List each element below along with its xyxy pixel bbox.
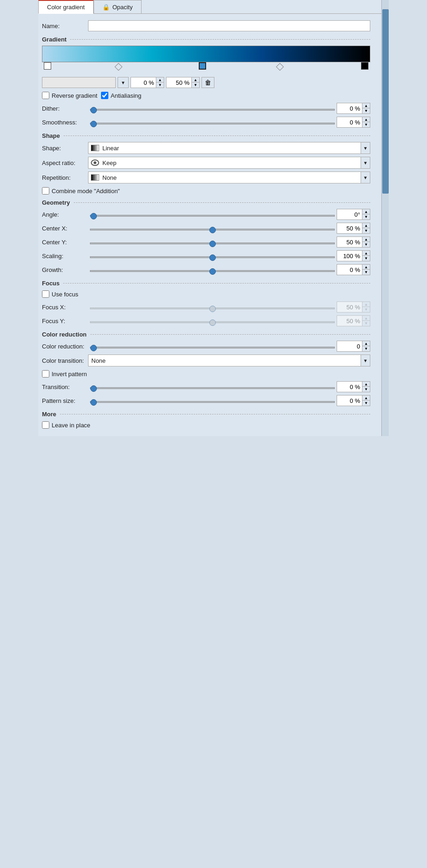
aspect-ratio-select[interactable]: Keep ▼ bbox=[88, 157, 370, 169]
smoothness-up[interactable]: ▲ bbox=[362, 117, 370, 122]
center-x-slider[interactable] bbox=[90, 229, 335, 230]
dither-down[interactable]: ▼ bbox=[362, 108, 370, 113]
scrollbar-thumb[interactable] bbox=[382, 9, 389, 194]
center-y-up[interactable]: ▲ bbox=[362, 237, 370, 242]
growth-slider[interactable] bbox=[90, 270, 335, 272]
antialiasing-checkbox-item[interactable]: Antialiasing bbox=[101, 92, 142, 99]
transition-slider[interactable] bbox=[90, 387, 335, 389]
focus-x-value[interactable] bbox=[337, 302, 362, 312]
dither-slider[interactable] bbox=[90, 109, 335, 111]
dither-spinbox: ▲ ▼ bbox=[337, 103, 370, 114]
leave-in-place-checkbox[interactable] bbox=[42, 421, 49, 429]
delete-stop-btn[interactable]: 🗑 bbox=[202, 77, 214, 88]
color-reduction-row: Color reduction: ▲ ▼ bbox=[42, 341, 370, 352]
scaling-up[interactable]: ▲ bbox=[362, 251, 370, 256]
color-reduction-slider[interactable] bbox=[90, 347, 335, 348]
growth-down[interactable]: ▼ bbox=[362, 270, 370, 275]
aspect-ratio-row: Aspect ratio: Keep ▼ bbox=[42, 157, 370, 169]
invert-pattern-checkbox[interactable] bbox=[42, 370, 49, 378]
angle-label: Angle: bbox=[42, 211, 88, 218]
center-y-value[interactable] bbox=[337, 237, 362, 247]
scaling-value[interactable] bbox=[337, 251, 362, 261]
color-swatch[interactable] bbox=[42, 77, 116, 88]
center-y-down[interactable]: ▼ bbox=[362, 242, 370, 247]
focus-y-value[interactable] bbox=[337, 316, 362, 326]
color-reduction-down[interactable]: ▼ bbox=[362, 346, 370, 351]
position2-down[interactable]: ▼ bbox=[192, 83, 199, 88]
growth-spinbox-btns: ▲ ▼ bbox=[362, 265, 370, 275]
combine-mode-checkbox[interactable] bbox=[42, 187, 49, 195]
growth-value[interactable] bbox=[337, 265, 362, 275]
angle-up[interactable]: ▲ bbox=[362, 209, 370, 214]
reverse-gradient-checkbox-item[interactable]: Reverse gradient bbox=[42, 92, 97, 99]
focus-y-slider[interactable] bbox=[90, 321, 335, 323]
transition-up[interactable]: ▲ bbox=[362, 382, 370, 387]
invert-pattern-checkbox-item[interactable]: Invert pattern bbox=[42, 370, 87, 378]
gradient-bar[interactable] bbox=[42, 46, 370, 62]
smoothness-slider[interactable] bbox=[90, 123, 335, 124]
transition-down[interactable]: ▼ bbox=[362, 387, 370, 392]
combine-mode-checkbox-item[interactable]: Combine mode "Addition" bbox=[42, 187, 120, 195]
use-focus-checkbox[interactable] bbox=[42, 290, 49, 298]
pattern-size-up[interactable]: ▲ bbox=[362, 396, 370, 401]
tab-opacity[interactable]: 🔒 Opacity bbox=[94, 0, 142, 13]
stop-diamond-1[interactable] bbox=[116, 64, 121, 70]
use-focus-checkbox-item[interactable]: Use focus bbox=[42, 290, 78, 298]
scaling-slider[interactable] bbox=[90, 256, 335, 258]
position1-down[interactable]: ▼ bbox=[156, 83, 164, 88]
leave-in-place-checkbox-item[interactable]: Leave in place bbox=[42, 421, 90, 429]
focus-y-up[interactable]: ▲ bbox=[362, 316, 370, 321]
color-dropdown-btn[interactable]: ▼ bbox=[118, 77, 129, 88]
focus-x-down[interactable]: ▼ bbox=[362, 307, 370, 312]
color-reduction-spinbox: ▲ ▼ bbox=[337, 341, 370, 352]
position1-up[interactable]: ▲ bbox=[156, 77, 164, 83]
position1-spinbox: ▲ ▼ bbox=[130, 77, 164, 88]
angle-down[interactable]: ▼ bbox=[362, 214, 370, 219]
center-x-value[interactable] bbox=[337, 223, 362, 233]
tab-color-gradient[interactable]: Color gradient bbox=[38, 0, 94, 14]
center-y-slider[interactable] bbox=[90, 242, 335, 244]
pattern-size-slider[interactable] bbox=[90, 401, 335, 403]
scrollbar[interactable] bbox=[381, 0, 389, 436]
focus-y-down[interactable]: ▼ bbox=[362, 321, 370, 326]
repetition-row: Repetition: None ▼ bbox=[42, 171, 370, 183]
color-reduction-value[interactable] bbox=[337, 341, 362, 351]
pattern-size-down[interactable]: ▼ bbox=[362, 401, 370, 406]
name-input[interactable] bbox=[88, 20, 370, 31]
focus-x-up[interactable]: ▲ bbox=[362, 302, 370, 307]
antialiasing-checkbox[interactable] bbox=[101, 92, 108, 99]
shape-section-header: Shape bbox=[42, 132, 370, 139]
color-reduction-up[interactable]: ▲ bbox=[362, 341, 370, 346]
angle-slider[interactable] bbox=[90, 215, 335, 217]
center-y-label: Center Y: bbox=[42, 239, 88, 246]
tab-color-gradient-label: Color gradient bbox=[47, 4, 85, 11]
transition-value[interactable] bbox=[337, 382, 362, 392]
scaling-down[interactable]: ▼ bbox=[362, 256, 370, 261]
focus-x-slider[interactable] bbox=[90, 307, 335, 309]
use-focus-label: Use focus bbox=[52, 291, 78, 298]
angle-value[interactable] bbox=[337, 209, 362, 219]
stop-blue[interactable] bbox=[199, 62, 206, 70]
combine-mode-row: Combine mode "Addition" bbox=[42, 187, 370, 195]
stop-black[interactable] bbox=[361, 62, 368, 70]
growth-up[interactable]: ▲ bbox=[362, 265, 370, 270]
position2-up[interactable]: ▲ bbox=[192, 77, 199, 83]
center-x-row: Center X: ▲ ▼ bbox=[42, 223, 370, 234]
color-transition-select[interactable]: None ▼ bbox=[88, 354, 370, 366]
smoothness-down[interactable]: ▼ bbox=[362, 122, 370, 127]
position2-input[interactable] bbox=[166, 77, 191, 88]
stop-white[interactable] bbox=[44, 62, 51, 70]
dither-value[interactable] bbox=[337, 103, 362, 113]
reverse-gradient-checkbox[interactable] bbox=[42, 92, 49, 99]
repetition-select[interactable]: None ▼ bbox=[88, 171, 370, 183]
gradient-stops-row bbox=[42, 62, 370, 75]
center-x-up[interactable]: ▲ bbox=[362, 223, 370, 228]
stop-diamond-2[interactable] bbox=[277, 64, 283, 70]
smoothness-value[interactable] bbox=[337, 117, 362, 127]
pattern-size-value[interactable] bbox=[337, 396, 362, 406]
dither-up[interactable]: ▲ bbox=[362, 103, 370, 108]
gradient-bar-container: ▼ ▲ ▼ ▲ ▼ 🗑 bbox=[42, 46, 370, 88]
position1-input[interactable] bbox=[131, 77, 156, 88]
shape-select[interactable]: Linear ▼ bbox=[88, 142, 370, 154]
center-x-down[interactable]: ▼ bbox=[362, 228, 370, 233]
